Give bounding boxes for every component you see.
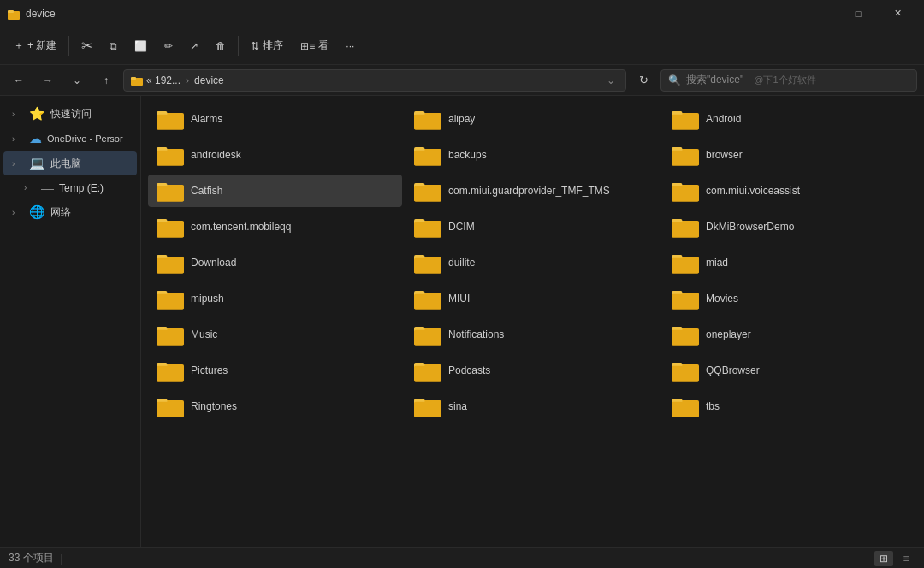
folder-icon [414,323,441,346]
folder-icon [157,395,184,417]
file-name: duilite [448,257,475,269]
folder-icon [672,287,699,310]
svg-rect-48 [672,258,699,274]
file-name: Movies [706,293,738,305]
file-item[interactable]: Pictures [148,354,402,387]
back-button[interactable]: ← [7,68,31,92]
address-path[interactable]: « 192... › device ⌄ [123,69,626,92]
svg-rect-84 [672,402,699,417]
minimize-button[interactable]: — [799,0,838,27]
svg-rect-60 [157,330,184,346]
file-name: mipush [191,293,224,305]
search-box[interactable]: 🔍 搜索"device" @下1个好软件 [660,69,917,92]
folder-icon [157,251,184,274]
file-item[interactable]: com.tencent.mobileqq [148,210,402,243]
file-item[interactable]: DCIM [406,210,660,243]
svg-rect-75 [672,366,699,382]
search-placeholder: 搜索"device" [686,73,743,87]
drive-icon: — [41,180,54,195]
sidebar-item-this-pc[interactable]: › 💻 此电脑 [3,151,137,175]
file-item[interactable]: Catfish [148,175,402,207]
delete-button[interactable]: 🗑 [209,37,233,56]
address-bar: ← → ⌄ ↑ « 192... › device ⌄ ↻ 🔍 搜索"devic… [0,65,924,96]
close-button[interactable]: ✕ [878,0,917,27]
file-grid: Alarms alipay Android androidesk [148,103,917,423]
rename-button[interactable]: ✏ [157,37,180,56]
item-count: 33 个项目 [9,551,54,565]
search-icon: 🔍 [668,74,681,86]
folder-icon [672,144,699,166]
svg-rect-1 [8,10,14,13]
sidebar-item-quick-access[interactable]: › ⭐ 快速访问 [3,102,137,126]
up-button[interactable]: ↑ [94,68,118,92]
sidebar-label-quick-access: 快速访问 [50,107,92,121]
file-item[interactable]: com.miui.voiceassist [663,175,917,207]
file-item[interactable]: miad [663,246,917,279]
cut-button[interactable]: ✂ [74,34,99,57]
view-button[interactable]: ⊞≡ 看 [293,35,335,56]
network-icon: 🌐 [29,204,45,220]
maximize-button[interactable]: □ [838,0,878,27]
file-item[interactable]: QQBrowser [663,354,917,387]
list-view-button[interactable]: ≡ [897,551,915,566]
file-item[interactable]: Notifications [406,318,660,351]
window-controls: — □ ✕ [799,0,917,27]
forward-button[interactable]: → [36,68,60,92]
file-item[interactable]: Podcasts [406,354,660,387]
refresh-button[interactable]: ↻ [631,68,655,92]
new-button[interactable]: ＋ + 新建 [7,35,63,56]
file-name: androidesk [191,149,241,161]
svg-rect-33 [157,222,184,238]
file-name: alipay [448,113,475,125]
file-item[interactable]: Music [148,318,402,351]
file-item[interactable]: sina [406,390,660,423]
svg-rect-21 [672,151,699,166]
file-item[interactable]: Movies [663,282,917,315]
file-item[interactable]: Alarms [148,103,402,135]
file-item[interactable]: backups [406,139,660,171]
file-item[interactable]: MIUI [406,282,660,315]
file-item[interactable]: Android [663,103,917,135]
file-item[interactable]: duilite [406,246,660,279]
copy-button[interactable]: ⧉ [103,37,124,56]
file-item[interactable]: alipay [406,103,660,135]
file-item[interactable]: browser [663,139,917,171]
svg-rect-51 [157,294,184,310]
expand-button[interactable]: ⌄ [65,68,89,92]
file-item[interactable]: DkMiBrowserDemo [663,210,917,243]
search-suffix: @下1个好软件 [754,74,815,86]
window-icon [7,7,21,21]
file-name: sina [448,400,467,412]
share-button[interactable]: ↗ [183,37,205,56]
sidebar-item-onedrive[interactable]: › ☁ OneDrive - Persor [3,127,137,151]
file-item[interactable]: mipush [148,282,402,315]
file-area: Alarms alipay Android androidesk [141,96,924,547]
file-item[interactable]: androidesk [148,139,402,171]
paste-button[interactable]: ⬜ [127,37,154,56]
folder-icon [414,216,441,238]
file-item[interactable]: Download [148,246,402,279]
sidebar-item-temp-drive[interactable]: › — Temp (E:) [3,176,137,199]
chevron-right-icon-2: › [12,134,24,144]
svg-rect-39 [672,222,699,238]
folder-icon [672,359,699,382]
sidebar-item-network[interactable]: › 🌐 网络 [3,200,137,224]
chevron-right-icon-5: › [12,208,24,217]
svg-rect-24 [157,186,184,202]
path-dropdown-button[interactable]: ⌄ [603,74,619,86]
rename-icon: ✏ [164,40,173,52]
svg-rect-45 [414,258,441,274]
file-name: com.miui.guardprovider_TMF_TMS [448,185,610,197]
file-item[interactable]: com.miui.guardprovider_TMF_TMS [406,175,660,207]
svg-rect-12 [672,115,699,130]
folder-icon [672,251,699,274]
folder-icon [414,108,441,130]
file-item[interactable]: Ringtones [148,390,402,423]
grid-view-button[interactable]: ⊞ [874,551,893,566]
sort-button[interactable]: ⇅ 排序 [244,35,290,56]
file-item[interactable]: tbs [663,390,917,423]
folder-icon [414,287,441,310]
svg-rect-69 [157,366,184,382]
more-button[interactable]: ··· [339,37,361,56]
file-item[interactable]: oneplayer [663,318,917,351]
